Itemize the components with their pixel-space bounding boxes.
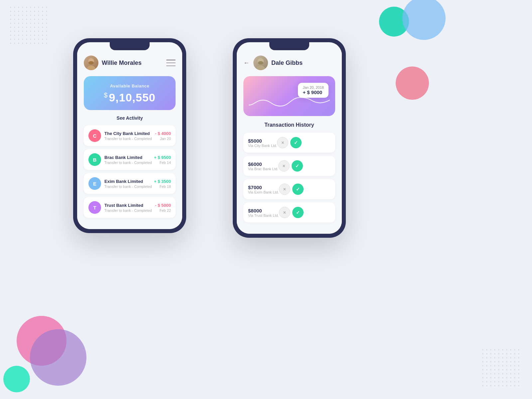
svg-rect-3: [482, 349, 522, 389]
cancel-btn-2[interactable]: ×: [278, 160, 290, 172]
tx-amount-city: - $ 4000: [155, 131, 171, 136]
user-name-2: Dale Gibbs: [271, 60, 335, 66]
history-item-2[interactable]: $6000 Via Brac Bank Ltd. × ✓: [243, 156, 335, 176]
see-activity-link[interactable]: See Activity: [84, 115, 176, 121]
phone-1: Willie Morales Available Balance $9,10,5…: [73, 38, 186, 233]
chart-card: Jan 20, 2018 + $ 9000: [243, 76, 335, 116]
transaction-trust-bank[interactable]: T Trust Bank Limited Transfer to bank - …: [84, 197, 176, 218]
svg-rect-1: [10, 7, 50, 47]
hamburger-menu[interactable]: [166, 60, 176, 66]
history-amount-1: $5000: [248, 138, 277, 144]
tx-date-city: Jan 20: [155, 137, 171, 141]
tx-icon-b: B: [88, 153, 101, 166]
section-title: Transaction History: [243, 122, 335, 128]
avatar-willie: [84, 56, 98, 70]
history-item-1[interactable]: $5000 Via City Bank Ltd. × ✓: [243, 133, 335, 153]
balance-card: Available Balance $9,10,550: [84, 76, 176, 110]
header-row-1: Willie Morales: [84, 56, 176, 70]
tx-sub-brac: Transfer to bank - Completed: [104, 161, 154, 165]
tx-amount-brac: + $ 9500: [154, 155, 171, 160]
svg-point-7: [88, 61, 94, 65]
tx-icon-e: E: [88, 177, 101, 190]
tx-icon-t: T: [88, 201, 101, 214]
balance-label: Available Balance: [90, 83, 169, 88]
notch-1: [110, 42, 150, 50]
transaction-exim-bank[interactable]: E Exim Bank Limited Transfer to bank - C…: [84, 173, 176, 194]
currency-symbol: $: [104, 91, 108, 99]
transactions-list: C The City Bank Limited Transfer to bank…: [84, 125, 176, 218]
tx-date-brac: Feb 14: [154, 161, 171, 165]
balance-amount: $9,10,550: [90, 91, 169, 104]
transaction-brac-bank[interactable]: B Brac Bank Limited Transfer to bank - C…: [84, 149, 176, 170]
tx-amount-trust: - $ 5000: [155, 203, 171, 208]
tx-date-trust: Feb 22: [155, 208, 171, 212]
chart-tooltip: Jan 20, 2018 + $ 9000: [298, 83, 329, 98]
history-item-3[interactable]: $7000 Via Exim Bank Ltd. × ✓: [243, 179, 335, 199]
bank-name-city: The City Bank Limited: [104, 131, 155, 136]
bank-name-brac: Brac Bank Limited: [104, 155, 154, 160]
cancel-btn-3[interactable]: ×: [279, 184, 290, 195]
cancel-btn-4[interactable]: ×: [279, 207, 290, 218]
tx-date-exim: Feb 18: [154, 185, 171, 189]
history-bank-2: Via Brac Bank Ltd.: [248, 167, 278, 171]
bg-circle-blue: [402, 0, 446, 40]
dot-grid-top-left: [10, 7, 50, 47]
history-bank-3: Via Exim Bank Ltd.: [248, 190, 279, 194]
header-row-2: ← Dale Gibbs: [243, 56, 335, 70]
transaction-city-bank[interactable]: C The City Bank Limited Transfer to bank…: [84, 125, 176, 146]
svg-point-8: [256, 66, 265, 70]
history-amount-3: $7000: [248, 185, 279, 190]
history-bank-4: Via Trust Bank Ltd.: [248, 213, 279, 217]
confirm-btn-2[interactable]: ✓: [292, 160, 303, 172]
bg-circle-purple-bottom: [30, 329, 86, 386]
tx-sub-city: Transfer to bank - Completed: [104, 137, 155, 141]
back-arrow[interactable]: ←: [243, 60, 249, 66]
svg-point-10: [258, 61, 263, 65]
confirm-btn-4[interactable]: ✓: [292, 207, 304, 218]
user-name-1: Willie Morales: [102, 60, 166, 66]
avatar-dale: [253, 56, 268, 70]
bg-circle-teal-bottom: [3, 366, 30, 392]
svg-point-4: [86, 66, 96, 70]
cancel-btn-1[interactable]: ×: [277, 137, 288, 148]
chart-tooltip-date: Jan 20, 2018: [303, 85, 324, 89]
confirm-btn-1[interactable]: ✓: [290, 137, 302, 148]
bg-circle-pink-bottom: [17, 316, 66, 366]
bg-circle-pink-top: [396, 66, 429, 100]
tx-icon-c: C: [88, 129, 101, 142]
bg-circle-teal: [379, 7, 409, 37]
history-list: $5000 Via City Bank Ltd. × ✓ $6000 Via B…: [243, 133, 335, 222]
tx-sub-trust: Transfer to bank - Completed: [104, 208, 155, 212]
history-amount-2: $6000: [248, 161, 278, 167]
confirm-btn-3[interactable]: ✓: [292, 184, 304, 195]
chart-tooltip-value: + $ 9000: [303, 89, 324, 95]
history-bank-1: Via City Bank Ltd.: [248, 144, 277, 148]
notch-2: [269, 42, 309, 50]
tx-amount-exim: + $ 3500: [154, 179, 171, 184]
dot-grid-bottom-right: [482, 349, 522, 389]
phone-2: ← Dale Gibbs Jan 20, 201: [233, 38, 346, 238]
tx-sub-exim: Transfer to bank - Completed: [104, 185, 154, 189]
history-amount-4: $8000: [248, 208, 279, 213]
bank-name-exim: Exim Bank Limited: [104, 179, 154, 184]
bank-name-trust: Trust Bank Limited: [104, 203, 155, 208]
history-item-4[interactable]: $8000 Via Trust Bank Ltd. × ✓: [243, 202, 335, 222]
